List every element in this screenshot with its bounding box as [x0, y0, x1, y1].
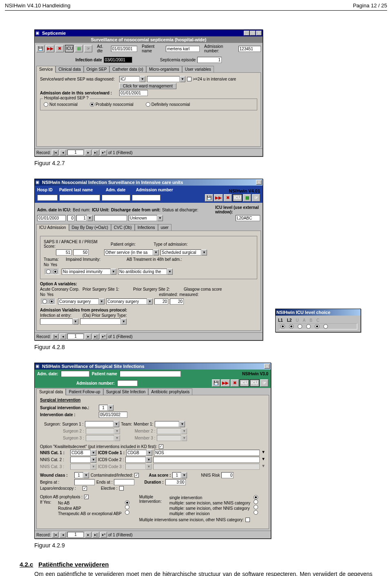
- ry2-radio[interactable]: [125, 505, 129, 509]
- tool-delete[interactable]: ✖: [231, 379, 239, 387]
- nav-new[interactable]: ▸*: [100, 334, 107, 339]
- chevron-down-icon[interactable]: ▼: [91, 457, 96, 463]
- wound-field[interactable]: 1: [74, 472, 83, 478]
- icu-date-field[interactable]: 01/01/2003: [37, 215, 66, 221]
- member1-field[interactable]: [155, 421, 179, 427]
- imp-field[interactable]: No impaired immunity: [62, 269, 111, 275]
- kd-check[interactable]: [159, 444, 163, 449]
- close-button[interactable]: ×: [256, 31, 262, 36]
- saps1-field[interactable]: 51: [56, 249, 71, 256]
- chevron-down-icon[interactable]: ▼: [153, 249, 159, 256]
- close-button[interactable]: ×: [256, 180, 262, 185]
- nav-next[interactable]: ▸: [85, 532, 91, 538]
- chevron-down-icon[interactable]: ▼: [179, 421, 185, 427]
- icu-unit-field[interactable]: 1: [76, 215, 87, 221]
- intno-field[interactable]: 1: [99, 405, 108, 411]
- chevron-down-icon[interactable]: ▼: [261, 457, 265, 463]
- level-U-radio[interactable]: [298, 324, 302, 329]
- level-L1-radio[interactable]: [281, 324, 285, 329]
- tool-save[interactable]: 💾: [36, 45, 45, 52]
- disch-status-field[interactable]: Unknown: [129, 215, 157, 221]
- maximize-button[interactable]: □: [250, 31, 256, 36]
- admnum-field[interactable]: 102: [117, 380, 138, 386]
- level-C-radio[interactable]: [323, 324, 328, 329]
- icd1-field[interactable]: CDGB: [126, 450, 147, 456]
- trauma-yes-radio[interactable]: [53, 269, 58, 274]
- admdate-field[interactable]: 01/01/2001: [119, 90, 148, 96]
- nav-last[interactable]: ▸|: [93, 334, 99, 339]
- dur-field[interactable]: 3:00: [165, 479, 186, 485]
- close-button[interactable]: ×: [264, 364, 270, 369]
- trauma-no-radio[interactable]: [46, 269, 51, 274]
- tab-followup[interactable]: Patient Follow-up: [66, 388, 103, 395]
- level-B-radio[interactable]: [315, 324, 319, 329]
- tab-catheter[interactable]: Catheter data (o): [109, 66, 146, 73]
- tool-icu2[interactable]: ICU: [250, 379, 259, 387]
- tool-icu[interactable]: ICU: [65, 45, 74, 52]
- episode-field[interactable]: 1: [197, 57, 222, 63]
- chevron-down-icon[interactable]: ▼: [180, 76, 185, 82]
- nav-first[interactable]: |◂: [52, 150, 58, 155]
- tab-user[interactable]: user: [158, 224, 172, 231]
- nav-prev[interactable]: ◂: [60, 532, 66, 538]
- ad-dte-field[interactable]: 01/01/2001: [111, 46, 138, 52]
- patient-field[interactable]: Lastname02 FirstName02: [120, 371, 181, 377]
- icd2-desc-field[interactable]: [153, 457, 260, 463]
- chevron-down-icon[interactable]: ▼: [201, 249, 207, 256]
- nnis1-field[interactable]: CDGB: [70, 450, 91, 456]
- tab-abproph[interactable]: Antibiotic prophylaxis: [148, 388, 192, 395]
- tab-uservar[interactable]: User variables: [182, 66, 214, 73]
- ry3-radio[interactable]: [125, 510, 129, 515]
- tab-surgdata[interactable]: Surgical data: [36, 388, 66, 395]
- admdate-field[interactable]: 01/01/2003: [102, 195, 130, 201]
- nav-prev[interactable]: ◂: [60, 334, 66, 339]
- radio-def-noso[interactable]: Definitely nosocomial: [146, 102, 190, 107]
- nav-last[interactable]: ▸|: [93, 532, 99, 538]
- chevron-down-icon[interactable]: ▼: [147, 450, 152, 456]
- tool-delete[interactable]: ✖: [56, 45, 64, 52]
- tab-infections[interactable]: Infections: [135, 224, 158, 231]
- tool-analyze[interactable]: ▤: [75, 45, 83, 52]
- ab48-field[interactable]: No antibiotic during the: [118, 269, 167, 275]
- tool-exit[interactable]: ☞: [84, 45, 92, 52]
- mi1-radio[interactable]: [254, 495, 258, 500]
- lastname-field[interactable]: lastname01: [59, 195, 100, 201]
- radio-not-noso[interactable]: Not nosocomial: [44, 102, 78, 107]
- origin-field[interactable]: Other service (in the sa: [104, 249, 153, 256]
- mi3-radio[interactable]: [254, 505, 258, 509]
- tab-cvc[interactable]: CVC (Ob): [111, 224, 135, 231]
- icd1-desc-field[interactable]: NOS: [154, 450, 260, 456]
- contam-check[interactable]: [134, 473, 139, 477]
- level-L2-radio[interactable]: [289, 324, 294, 329]
- asa-field[interactable]: 1: [172, 472, 181, 478]
- ic24-check[interactable]: >=24 u in intensive care: [187, 77, 236, 81]
- tool-exit[interactable]: ☞: [260, 379, 268, 387]
- tool-save[interactable]: 💾: [205, 194, 213, 202]
- tool-save[interactable]: 💾: [212, 379, 220, 387]
- admtype-field[interactable]: Scheduled surgical: [160, 249, 201, 256]
- admdate-field[interactable]: 01/01/2002: [61, 371, 89, 377]
- abp-check[interactable]: [84, 495, 89, 499]
- ps1-field[interactable]: Coronary surgery: [58, 298, 99, 305]
- admnum-field[interactable]: 9999-101: [132, 195, 160, 201]
- tool-next[interactable]: ▶▶: [221, 379, 230, 387]
- laparo-check[interactable]: [82, 486, 87, 491]
- nav-first[interactable]: |◂: [52, 532, 58, 538]
- chevron-down-icon[interactable]: ▼: [167, 269, 173, 275]
- radio-prob-noso[interactable]: Probably nosocomial: [90, 102, 134, 107]
- gcs-mea-field[interactable]: 20: [170, 298, 184, 305]
- saps2-field[interactable]: 50: [73, 249, 89, 256]
- infection-date-field[interactable]: 03/01/2001: [104, 57, 132, 63]
- patient-field[interactable]: mertens karl: [166, 46, 200, 52]
- mi2-radio[interactable]: [254, 500, 258, 504]
- infentry-field[interactable]: [40, 318, 73, 325]
- tab-icuadm[interactable]: ICU Admission: [36, 224, 69, 231]
- ry1-radio[interactable]: [125, 500, 129, 505]
- nav-new[interactable]: ▸*: [100, 150, 107, 155]
- gcs-est-field[interactable]: 20: [154, 298, 168, 305]
- chevron-down-icon[interactable]: ▼: [99, 298, 105, 305]
- nav-prev[interactable]: ◂: [60, 150, 66, 155]
- chevron-down-icon[interactable]: ▼: [181, 472, 187, 478]
- level-A-radio[interactable]: [306, 324, 311, 329]
- tool-icu[interactable]: ICU: [233, 194, 242, 202]
